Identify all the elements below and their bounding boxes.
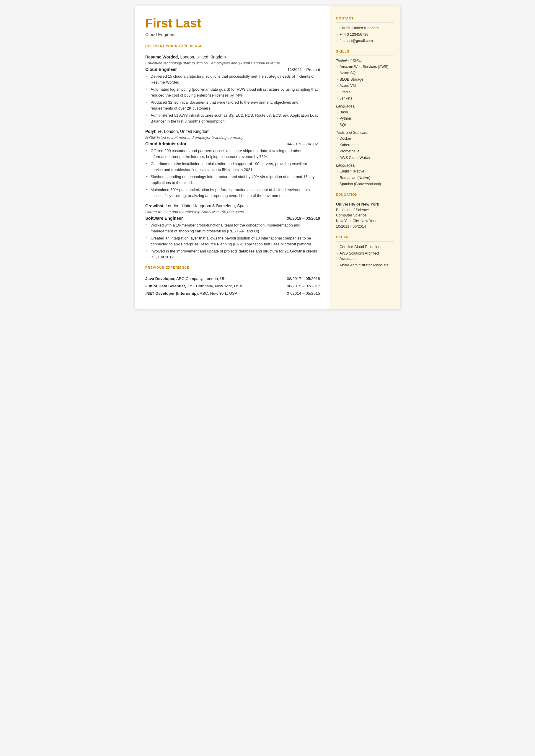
skill-0-3: Azure VM xyxy=(336,83,394,89)
bullet-list-2-0: Worked with a 10-member cross-functional… xyxy=(145,222,320,260)
bullet-1-0-0: Offered 200 customers and partners acces… xyxy=(145,148,320,159)
prev-exp-left-1: Junior Data Scientist, XYZ Company, New … xyxy=(145,284,284,289)
bullet-list-1-0: Offered 200 customers and partners acces… xyxy=(145,148,320,198)
skill-1-2: SQL xyxy=(336,123,394,128)
role-row-0-0: Cloud Engineer 11/2021 – Present xyxy=(145,67,320,72)
edu-school: University of New York xyxy=(336,202,394,207)
bullet-2-0-2: Involved in the improvement and update o… xyxy=(145,248,320,260)
bullet-2-0-1: Created an integration layer that allows… xyxy=(145,235,320,247)
skill-1-1: Python xyxy=(336,116,394,121)
relevant-work-section-title: RELEVANT WORK EXPERIENCE xyxy=(145,44,320,47)
prev-exp-row-0: Java Developer, ABC Company, London, UK … xyxy=(145,276,320,282)
edu-degree: Bachelor of Science xyxy=(336,207,394,213)
education-section-title: EDUCATION xyxy=(336,193,394,196)
bullet-0-0-1: Automated log shipping (poor-man data gu… xyxy=(145,87,320,98)
role-row-1-0: Cloud Administrator 04/2019 – 10/2021 xyxy=(145,141,320,146)
edu-field: Computer Science xyxy=(336,212,394,218)
skills-cat-1: Languages: xyxy=(336,104,394,108)
right-column: CONTACT Cardiff, United Kingdom +44 0 12… xyxy=(329,6,400,309)
company-desc-0: Education technology startup with 50+ em… xyxy=(145,61,320,65)
skills-list-3: English (Native) Romanian (Native) Spani… xyxy=(336,169,394,187)
bullet-0-0-2: Produced 32 technical documents that wer… xyxy=(145,99,320,111)
role-title-2-0: Software Engineer xyxy=(145,216,183,221)
bullet-1-0-3: Maintained 60% peak optimization by perf… xyxy=(145,187,320,198)
skill-1-0: Bash xyxy=(336,110,394,115)
role-title-0-0: Cloud Engineer xyxy=(145,67,177,72)
skill-2-2: Prometheus xyxy=(336,149,394,154)
prev-exp-rest-0: ABC Company, London, UK xyxy=(175,276,226,281)
education-divider xyxy=(336,199,394,199)
skill-2-3: AWS Cloud Watch xyxy=(336,155,394,161)
other-list: Certified Cloud Practitioner. AWS Soluti… xyxy=(336,244,394,268)
prev-exp-dates-0: 08/2017 – 05/2018 xyxy=(287,276,320,282)
skill-0-4: Gradle xyxy=(336,90,394,95)
role-row-2-0: Software Engineer 06/2018 – 03/2019 xyxy=(145,216,320,221)
person-title: Cloud Engineer xyxy=(145,32,320,37)
company-block-0: Resume Worded, London, United Kingdom Ed… xyxy=(145,54,320,124)
company-name-2: Growthsi, xyxy=(145,204,164,208)
company-location-2: London, United Kingdom & Barcelona, Spai… xyxy=(166,204,248,208)
contact-email: first.last@gmail.com xyxy=(336,39,394,44)
prev-exp-row-2: .NET Developer (Internship), ABC, New Yo… xyxy=(145,291,320,296)
company-location-1: London, United Kingdom xyxy=(164,129,210,134)
company-desc-2: Career training and membership SaaS with… xyxy=(145,210,320,214)
role-dates-1-0: 04/2019 – 10/2021 xyxy=(287,142,320,146)
company-header-1: Polyhire, London, United Kingdom xyxy=(145,129,320,134)
other-divider xyxy=(336,241,394,241)
company-desc-1: NYSE-listed recruitment and employer bra… xyxy=(145,135,320,140)
bullet-list-0-0: Delivered 15 cloud architectural solutio… xyxy=(145,73,320,124)
skills-cat-2: Tools and Software: xyxy=(336,130,394,135)
person-name: First Last xyxy=(145,16,320,30)
role-dates-2-0: 06/2018 – 03/2019 xyxy=(287,216,320,221)
other-item-1: AWS Solutions Architect Associate. xyxy=(336,251,394,261)
skill-2-1: Kubernetes xyxy=(336,143,394,148)
contact-address: Cardiff, United Kingdom xyxy=(336,26,394,31)
skills-section-title: SKILLS xyxy=(336,50,394,53)
bullet-2-0-0: Worked with a 10-member cross-functional… xyxy=(145,222,320,234)
skill-0-0: Amazon Web Services (AWS) xyxy=(336,64,394,70)
contact-divider xyxy=(336,22,394,23)
company-name-0: Resume Worded, xyxy=(145,55,179,59)
edu-dates: 10/2011 - 06/2014 xyxy=(336,224,394,230)
prev-exp-rest-1: XYZ Company, New York, USA xyxy=(186,284,242,288)
prev-exp-dates-1: 06/2015 – 07/2017 xyxy=(287,284,320,289)
company-block-2: Growthsi, London, United Kingdom & Barce… xyxy=(145,203,320,260)
skill-0-5: Jenkins xyxy=(336,96,394,101)
contact-phone: +44 0 123456789 xyxy=(336,32,394,38)
skill-2-0: Docker xyxy=(336,136,394,141)
bullet-0-0-3: Administered 51 AWS infrastructures such… xyxy=(145,113,320,124)
prev-exp-bold-2: .NET Developer (Internship), xyxy=(145,291,199,295)
company-block-1: Polyhire, London, United Kingdom NYSE-li… xyxy=(145,129,320,198)
bullet-1-0-2: Slashed spending on technology infrastru… xyxy=(145,174,320,185)
skills-list-1: Bash Python SQL xyxy=(336,110,394,128)
previous-exp-divider xyxy=(145,272,320,272)
other-item-0: Certified Cloud Practitioner. xyxy=(336,244,394,250)
company-header-0: Resume Worded, London, United Kingdom xyxy=(145,54,320,60)
skills-list-0: Amazon Web Services (AWS) Azure SQL BLOB… xyxy=(336,64,394,101)
contact-list: Cardiff, United Kingdom +44 0 123456789 … xyxy=(336,26,394,44)
skill-3-1: Romanian (Native) xyxy=(336,176,394,181)
role-dates-0-0: 11/2021 – Present xyxy=(288,67,320,72)
skills-list-2: Docker Kubernetes Prometheus AWS Cloud W… xyxy=(336,136,394,160)
company-location-0: London, United Kingdom xyxy=(181,55,226,59)
other-section-title: OTHER xyxy=(336,235,394,239)
bullet-0-0-0: Delivered 15 cloud architectural solutio… xyxy=(145,73,320,85)
skills-cat-3: Languages: xyxy=(336,163,394,167)
prev-exp-row-1: Junior Data Scientist, XYZ Company, New … xyxy=(145,284,320,289)
prev-exp-left-2: .NET Developer (Internship), ABC, New Yo… xyxy=(145,291,284,296)
edu-location: New York City, New York xyxy=(336,218,394,224)
prev-exp-bold-1: Junior Data Scientist, xyxy=(145,284,186,288)
prev-exp-rest-2: ABC, New York, USA xyxy=(199,291,238,295)
role-title-1-0: Cloud Administrator xyxy=(145,141,186,146)
company-header-2: Growthsi, London, United Kingdom & Barce… xyxy=(145,203,320,209)
bullet-1-0-1: Contributed to the installation, adminis… xyxy=(145,161,320,173)
prev-exp-bold-0: Java Developer, xyxy=(145,276,175,281)
resume-container: First Last Cloud Engineer RELEVANT WORK … xyxy=(135,6,400,309)
skill-3-0: English (Native) xyxy=(336,169,394,174)
skill-3-2: Spanish (Conversational) xyxy=(336,182,394,187)
prev-exp-left-0: Java Developer, ABC Company, London, UK xyxy=(145,276,284,282)
left-column: First Last Cloud Engineer RELEVANT WORK … xyxy=(135,6,329,309)
prev-exp-dates-2: 07/2014 – 05/2015 xyxy=(287,291,320,296)
other-item-2: Azure Administrator Associate. xyxy=(336,263,394,268)
skills-cat-0: Technical Skills: xyxy=(336,59,394,63)
